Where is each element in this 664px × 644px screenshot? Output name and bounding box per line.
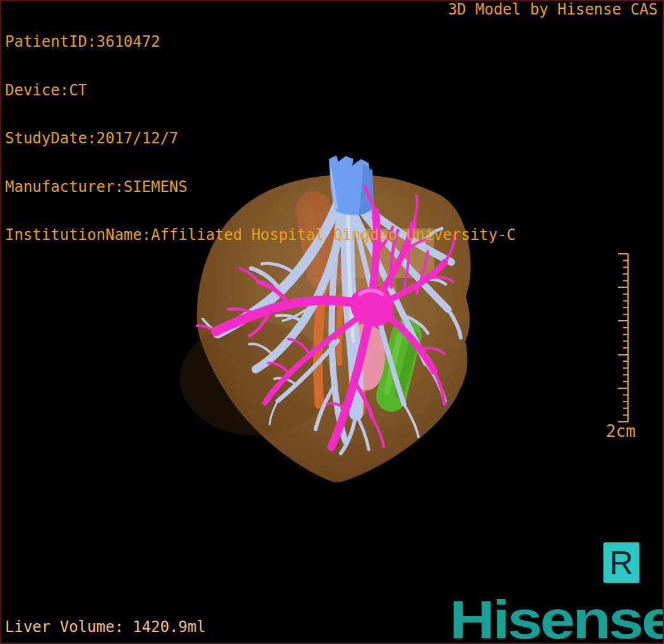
watermark-text: 3D Model by Hisense CAS — [448, 2, 658, 18]
viewer-window: PatientID:3610472 Device:CT StudyDate:20… — [0, 0, 664, 644]
patient-info-block: PatientID:3610472 Device:CT StudyDate:20… — [5, 2, 516, 276]
institution-text: InstitutionName:Affiliated Hospital Qing… — [5, 227, 516, 244]
scale-ruler — [605, 247, 649, 450]
scale-label: 2cm — [606, 422, 644, 441]
hisense-logo: Hisense — [449, 599, 664, 640]
study-date-text: StudyDate:2017/12/7 — [5, 131, 516, 147]
device-text: Device:CT — [5, 83, 516, 99]
manufacturer-text: Manufacturer:SIEMENS — [5, 179, 516, 196]
patient-id-text: PatientID:3610472 — [5, 34, 516, 51]
liver-shadow — [180, 322, 331, 436]
orientation-marker-r: R — [603, 542, 639, 583]
liver-volume-text: Liver Volume: 1420.9ml — [5, 619, 206, 636]
